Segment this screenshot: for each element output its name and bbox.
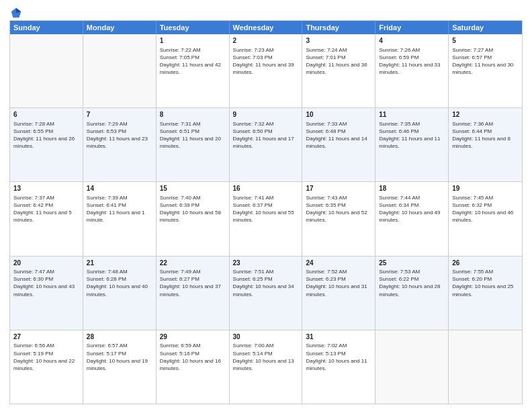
col-header-saturday: Saturday [449, 21, 522, 34]
cell-detail: Sunrise: 7:43 AM Sunset: 6:35 PM Dayligh… [306, 194, 371, 224]
day-number: 2 [233, 36, 299, 46]
calendar-body: 1Sunrise: 7:22 AM Sunset: 7:05 PM Daylig… [10, 34, 522, 404]
day-cell-28: 28Sunrise: 6:57 AM Sunset: 5:17 PM Dayli… [83, 330, 157, 404]
cell-detail: Sunrise: 7:37 AM Sunset: 6:42 PM Dayligh… [13, 194, 79, 224]
logo-text [9, 7, 22, 19]
day-cell-17: 17Sunrise: 7:43 AM Sunset: 6:35 PM Dayli… [302, 182, 375, 255]
day-number: 25 [379, 259, 445, 268]
day-number: 13 [13, 184, 79, 193]
calendar: SundayMondayTuesdayWednesdayThursdayFrid… [9, 20, 523, 404]
day-number: 24 [306, 259, 371, 268]
day-number: 9 [233, 110, 299, 120]
day-cell-9: 9Sunrise: 7:32 AM Sunset: 6:50 PM Daylig… [230, 108, 303, 181]
day-number: 27 [13, 332, 79, 342]
day-number: 10 [306, 110, 371, 120]
day-cell-31: 31Sunrise: 7:02 AM Sunset: 5:13 PM Dayli… [302, 330, 375, 404]
day-cell-20: 20Sunrise: 7:47 AM Sunset: 6:30 PM Dayli… [10, 257, 83, 330]
day-number: 19 [452, 184, 519, 193]
calendar-week-2: 6Sunrise: 7:28 AM Sunset: 6:55 PM Daylig… [10, 108, 522, 182]
empty-cell [83, 34, 157, 107]
day-cell-3: 3Sunrise: 7:24 AM Sunset: 7:01 PM Daylig… [302, 34, 375, 107]
cell-detail: Sunrise: 7:33 AM Sunset: 6:48 PM Dayligh… [306, 120, 371, 150]
col-header-monday: Monday [83, 21, 157, 34]
day-cell-16: 16Sunrise: 7:41 AM Sunset: 6:37 PM Dayli… [230, 182, 303, 255]
col-header-sunday: Sunday [10, 21, 83, 34]
day-number: 17 [306, 184, 371, 193]
day-number: 31 [306, 332, 371, 342]
day-cell-22: 22Sunrise: 7:49 AM Sunset: 6:27 PM Dayli… [157, 257, 230, 330]
cell-detail: Sunrise: 6:56 AM Sunset: 5:19 PM Dayligh… [13, 342, 79, 372]
logo-icon [10, 7, 22, 19]
cell-detail: Sunrise: 7:44 AM Sunset: 6:34 PM Dayligh… [379, 194, 445, 224]
day-cell-19: 19Sunrise: 7:45 AM Sunset: 6:32 PM Dayli… [449, 182, 522, 255]
col-header-tuesday: Tuesday [157, 21, 230, 34]
empty-cell [375, 330, 449, 404]
day-number: 14 [87, 184, 152, 193]
day-number: 1 [160, 36, 226, 46]
cell-detail: Sunrise: 7:51 AM Sunset: 6:25 PM Dayligh… [233, 268, 299, 298]
day-number: 21 [87, 259, 152, 268]
day-cell-4: 4Sunrise: 7:26 AM Sunset: 6:59 PM Daylig… [375, 34, 449, 107]
day-number: 7 [87, 110, 152, 120]
day-cell-25: 25Sunrise: 7:53 AM Sunset: 6:22 PM Dayli… [375, 257, 449, 330]
day-number: 30 [233, 332, 299, 342]
cell-detail: Sunrise: 7:29 AM Sunset: 6:53 PM Dayligh… [87, 120, 152, 150]
day-cell-8: 8Sunrise: 7:31 AM Sunset: 6:51 PM Daylig… [157, 108, 230, 181]
day-number: 28 [87, 332, 152, 342]
cell-detail: Sunrise: 7:26 AM Sunset: 6:59 PM Dayligh… [379, 46, 445, 77]
empty-cell [10, 34, 83, 107]
day-cell-24: 24Sunrise: 7:52 AM Sunset: 6:23 PM Dayli… [302, 257, 375, 330]
day-number: 3 [306, 36, 371, 46]
cell-detail: Sunrise: 7:27 AM Sunset: 6:57 PM Dayligh… [452, 46, 519, 77]
day-number: 29 [160, 332, 226, 342]
page-header [9, 7, 523, 16]
calendar-page: SundayMondayTuesdayWednesdayThursdayFrid… [0, 0, 532, 411]
cell-detail: Sunrise: 7:53 AM Sunset: 6:22 PM Dayligh… [379, 268, 445, 298]
cell-detail: Sunrise: 6:59 AM Sunset: 5:16 PM Dayligh… [160, 342, 226, 372]
day-cell-29: 29Sunrise: 6:59 AM Sunset: 5:16 PM Dayli… [157, 330, 230, 404]
day-cell-5: 5Sunrise: 7:27 AM Sunset: 6:57 PM Daylig… [449, 34, 522, 107]
cell-detail: Sunrise: 7:28 AM Sunset: 6:55 PM Dayligh… [13, 120, 79, 150]
calendar-week-5: 27Sunrise: 6:56 AM Sunset: 5:19 PM Dayli… [10, 330, 522, 404]
cell-detail: Sunrise: 7:47 AM Sunset: 6:30 PM Dayligh… [13, 268, 79, 298]
day-number: 22 [160, 259, 226, 268]
calendar-week-3: 13Sunrise: 7:37 AM Sunset: 6:42 PM Dayli… [10, 182, 522, 256]
col-header-wednesday: Wednesday [230, 21, 303, 34]
cell-detail: Sunrise: 7:45 AM Sunset: 6:32 PM Dayligh… [452, 194, 519, 224]
calendar-week-1: 1Sunrise: 7:22 AM Sunset: 7:05 PM Daylig… [10, 34, 522, 108]
day-number: 26 [452, 259, 519, 268]
day-cell-1: 1Sunrise: 7:22 AM Sunset: 7:05 PM Daylig… [157, 34, 230, 107]
day-cell-26: 26Sunrise: 7:55 AM Sunset: 6:20 PM Dayli… [449, 257, 522, 330]
empty-cell [449, 330, 522, 404]
day-number: 20 [13, 259, 79, 268]
calendar-header: SundayMondayTuesdayWednesdayThursdayFrid… [10, 21, 522, 34]
cell-detail: Sunrise: 7:31 AM Sunset: 6:51 PM Dayligh… [160, 120, 226, 150]
day-cell-13: 13Sunrise: 7:37 AM Sunset: 6:42 PM Dayli… [10, 182, 83, 255]
day-number: 12 [452, 110, 519, 120]
cell-detail: Sunrise: 7:36 AM Sunset: 6:44 PM Dayligh… [452, 120, 519, 150]
cell-detail: Sunrise: 7:40 AM Sunset: 6:39 PM Dayligh… [160, 194, 226, 224]
day-cell-2: 2Sunrise: 7:23 AM Sunset: 7:03 PM Daylig… [230, 34, 303, 107]
cell-detail: Sunrise: 7:48 AM Sunset: 6:28 PM Dayligh… [87, 268, 152, 298]
day-number: 23 [233, 259, 299, 268]
day-cell-6: 6Sunrise: 7:28 AM Sunset: 6:55 PM Daylig… [10, 108, 83, 181]
day-number: 8 [160, 110, 226, 120]
logo [9, 7, 22, 16]
day-cell-30: 30Sunrise: 7:00 AM Sunset: 5:14 PM Dayli… [230, 330, 303, 404]
col-header-thursday: Thursday [302, 21, 375, 34]
cell-detail: Sunrise: 7:23 AM Sunset: 7:03 PM Dayligh… [233, 46, 299, 77]
cell-detail: Sunrise: 7:00 AM Sunset: 5:14 PM Dayligh… [233, 342, 299, 372]
cell-detail: Sunrise: 6:57 AM Sunset: 5:17 PM Dayligh… [87, 342, 152, 372]
cell-detail: Sunrise: 7:24 AM Sunset: 7:01 PM Dayligh… [306, 46, 371, 77]
col-header-friday: Friday [375, 21, 449, 34]
day-cell-10: 10Sunrise: 7:33 AM Sunset: 6:48 PM Dayli… [302, 108, 375, 181]
cell-detail: Sunrise: 7:22 AM Sunset: 7:05 PM Dayligh… [160, 46, 226, 77]
day-cell-7: 7Sunrise: 7:29 AM Sunset: 6:53 PM Daylig… [83, 108, 157, 181]
calendar-week-4: 20Sunrise: 7:47 AM Sunset: 6:30 PM Dayli… [10, 257, 522, 330]
day-cell-12: 12Sunrise: 7:36 AM Sunset: 6:44 PM Dayli… [449, 108, 522, 181]
cell-detail: Sunrise: 7:35 AM Sunset: 6:46 PM Dayligh… [379, 120, 445, 150]
day-number: 6 [13, 110, 79, 120]
day-number: 11 [379, 110, 445, 120]
day-cell-15: 15Sunrise: 7:40 AM Sunset: 6:39 PM Dayli… [157, 182, 230, 255]
day-cell-18: 18Sunrise: 7:44 AM Sunset: 6:34 PM Dayli… [375, 182, 449, 255]
